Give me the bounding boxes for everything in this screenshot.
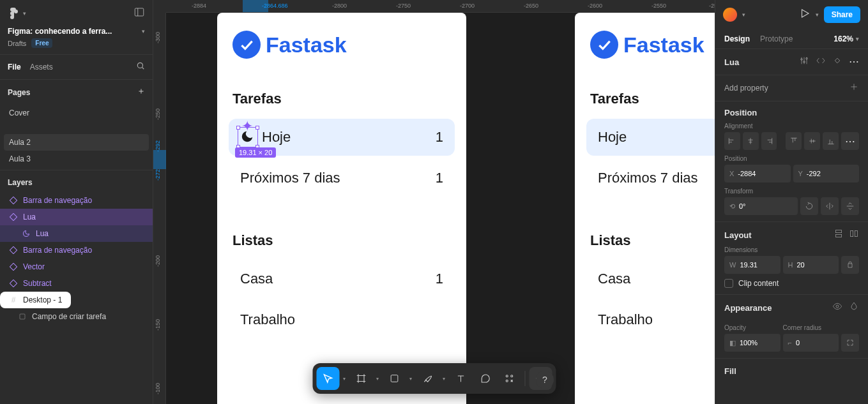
section-position: Position	[724, 108, 859, 117]
file-title[interactable]: Figma: conhecendo a ferra...	[8, 27, 112, 36]
layers-title: Layers	[8, 178, 33, 187]
search-icon[interactable]	[136, 61, 145, 73]
component-icon[interactable]	[832, 56, 842, 68]
layer-item[interactable]: Vector	[0, 258, 153, 275]
count: 1	[436, 129, 443, 146]
align-left[interactable]	[724, 132, 740, 150]
rotate-90-icon[interactable]	[800, 197, 818, 215]
move-tool[interactable]	[316, 367, 339, 390]
height-field[interactable]: H20	[783, 256, 839, 274]
x-field[interactable]: X-2884	[724, 165, 791, 183]
svg-rect-55	[851, 230, 853, 236]
layer-item[interactable]: Barra de navegação	[0, 242, 153, 258]
chevron-down-icon[interactable]: ▾	[23, 10, 26, 17]
plus-icon[interactable]	[849, 82, 859, 94]
code-icon[interactable]	[816, 56, 826, 68]
corner-field[interactable]: ⌐0	[783, 334, 839, 352]
rotation-field[interactable]: ⟲0°	[724, 197, 798, 215]
flip-h-icon[interactable]	[821, 197, 839, 215]
tab-assets[interactable]: Assets	[30, 63, 53, 71]
lock-aspect-icon[interactable]	[841, 256, 859, 274]
toolbar: ▾ ▾ ▾ ▾	[312, 363, 556, 394]
svg-rect-56	[855, 230, 857, 236]
avatar[interactable]	[723, 8, 737, 22]
frame-tool[interactable]	[349, 367, 372, 390]
svg-rect-6	[10, 197, 17, 204]
comment-tool[interactable]	[473, 367, 496, 390]
chevron-down-icon[interactable]: ▾	[374, 376, 381, 382]
panel-toggle-icon[interactable]	[133, 6, 145, 20]
selection-box	[238, 127, 258, 147]
chevron-down-icon[interactable]: ▾	[340, 376, 348, 382]
svg-point-22	[506, 380, 508, 382]
task-card[interactable]: Próximos 7 dias1	[229, 160, 455, 197]
align-top[interactable]	[786, 132, 802, 150]
artboard-2[interactable]: Fastask Tarefas Hoje Próximos 7 dias Lis…	[575, 13, 715, 404]
play-icon[interactable]	[799, 8, 811, 22]
chevron-down-icon[interactable]: ▾	[742, 11, 745, 18]
section-layout: Layout	[724, 230, 752, 240]
add-property[interactable]: Add property	[724, 84, 768, 93]
section-fill: Fill	[724, 366, 736, 376]
more-icon[interactable]: ⋯	[849, 56, 859, 68]
task-card[interactable]: Próximos 7 dias	[586, 160, 715, 197]
autolayout-h-icon[interactable]	[849, 228, 859, 241]
text-tool[interactable]	[449, 367, 472, 390]
tab-design[interactable]: Design	[724, 34, 750, 43]
align-vcenter[interactable]	[804, 132, 820, 150]
page-item[interactable]: Cover	[0, 105, 153, 121]
list-card[interactable]: Trabalho	[229, 301, 455, 338]
chevron-down-icon[interactable]: ▾	[440, 376, 448, 382]
opacity-field[interactable]: ◧100%	[724, 334, 780, 352]
adjust-icon[interactable]	[799, 56, 809, 68]
figma-menu-icon[interactable]	[8, 8, 19, 19]
task-card-today[interactable]: Hoje	[586, 119, 715, 156]
add-page-icon[interactable]	[137, 87, 145, 97]
list-card[interactable]: Trabalho	[586, 301, 715, 338]
task-card-today[interactable]: ✦ 19.31 × 20 Hoje 1	[229, 119, 455, 156]
chevron-down-icon[interactable]: ▾	[407, 376, 415, 382]
logo-text: Fastask	[266, 33, 347, 57]
shape-tool[interactable]	[383, 367, 406, 390]
svg-rect-30	[835, 58, 840, 63]
help-button[interactable]: ?	[536, 371, 554, 389]
tab-file[interactable]: File	[8, 63, 21, 71]
corner-detail-icon[interactable]	[841, 334, 859, 352]
blend-icon[interactable]	[849, 301, 859, 314]
canvas[interactable]: -2884 -2864.686 -2800 -2750 -2700 -2650 …	[153, 0, 715, 404]
ruler-corner	[153, 0, 166, 13]
zoom-level[interactable]: 162%▾	[834, 34, 859, 43]
align-bottom[interactable]	[823, 132, 839, 150]
align-right[interactable]	[761, 132, 777, 150]
drafts-label[interactable]: Drafts	[8, 40, 26, 47]
svg-rect-12	[20, 314, 25, 319]
pages-title: Pages	[8, 88, 30, 97]
list-card[interactable]: Casa	[586, 260, 715, 297]
share-button[interactable]: Share	[824, 6, 860, 23]
actions-tool[interactable]	[498, 367, 521, 390]
autolayout-v-icon[interactable]	[834, 228, 844, 241]
layer-item-selected[interactable]: Lua	[0, 209, 153, 225]
layer-item[interactable]: Subtract	[0, 275, 153, 292]
align-more[interactable]: ⋯	[841, 132, 859, 150]
pen-tool[interactable]	[416, 367, 439, 390]
list-card[interactable]: Casa1	[229, 260, 455, 297]
layer-item[interactable]: Barra de navegação	[0, 192, 153, 209]
y-field[interactable]: Y-292	[793, 165, 860, 183]
layer-item-child[interactable]: Lua	[0, 225, 153, 242]
page-item[interactable]: Aula 2	[4, 134, 149, 151]
layer-item[interactable]: Campo de criar tarefa	[0, 308, 153, 325]
clip-checkbox[interactable]	[724, 279, 733, 288]
eye-icon[interactable]	[832, 301, 842, 314]
layer-item-frame[interactable]: Desktop - 1	[0, 292, 71, 308]
chevron-down-icon[interactable]: ▾	[816, 11, 819, 18]
svg-point-2	[137, 63, 142, 68]
artboard-1[interactable]: Fastask Tarefas ✦ 19.31 × 20 Hoje 1 Próx…	[217, 13, 466, 404]
tab-prototype[interactable]: Prototype	[760, 34, 793, 43]
page-item[interactable]: Aula 3	[0, 151, 153, 167]
flip-v-icon[interactable]	[841, 197, 859, 215]
svg-point-20	[506, 375, 508, 377]
align-hcenter[interactable]	[743, 132, 759, 150]
chevron-down-icon[interactable]: ▾	[142, 28, 145, 34]
width-field[interactable]: W19.31	[724, 256, 780, 274]
